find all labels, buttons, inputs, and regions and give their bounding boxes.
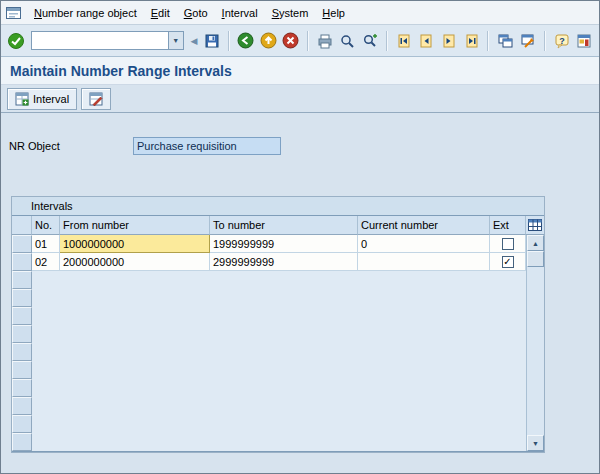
table-row-empty	[12, 271, 526, 289]
interval-button-label: Interval	[33, 93, 69, 105]
row-selector[interactable]	[12, 307, 32, 325]
save-button[interactable]	[201, 29, 223, 53]
intervals-group: Intervals No. From number To number Curr…	[11, 196, 545, 453]
row-selector[interactable]	[12, 379, 32, 397]
cell-no: 01	[32, 235, 60, 253]
header-from-number[interactable]: From number	[60, 216, 210, 235]
system-menu-icon[interactable]	[6, 6, 21, 20]
header-ext[interactable]: Ext	[490, 216, 526, 235]
row-selector[interactable]	[12, 325, 32, 343]
collapse-command-field-button[interactable]: ◀	[188, 31, 201, 51]
table-row-empty	[12, 307, 526, 325]
new-session-button[interactable]	[494, 29, 516, 53]
menu-item-interval[interactable]: Interval	[215, 4, 265, 22]
vertical-scrollbar[interactable]: ▲ ▼	[526, 235, 544, 451]
row-selector[interactable]	[12, 433, 32, 451]
interval-grid-plus-icon	[15, 92, 29, 106]
scrollbar-track[interactable]	[527, 267, 544, 435]
table-row[interactable]: 01 1000000000 1999999999 0	[12, 235, 526, 253]
toolbar-separator	[544, 31, 546, 51]
table-row-empty	[12, 397, 526, 415]
menu-item-system[interactable]: System	[265, 4, 316, 22]
row-selector[interactable]	[12, 289, 32, 307]
row-selector[interactable]	[12, 397, 32, 415]
command-field-dropdown[interactable]: ▼	[168, 32, 183, 49]
content-area: NR Object Purchase requisition Intervals…	[1, 113, 599, 473]
header-to-number[interactable]: To number	[210, 216, 358, 235]
table-row-empty	[12, 361, 526, 379]
cell-ext: ✓	[490, 253, 526, 271]
table-row-empty	[12, 379, 526, 397]
ext-checkbox[interactable]: ✓	[502, 256, 514, 268]
row-selector[interactable]	[12, 415, 32, 433]
titlebar: Maintain Number Range Intervals	[1, 57, 599, 85]
application-toolbar: Interval	[1, 85, 599, 113]
menubar: Number range object Edit Goto Interval S…	[1, 1, 599, 25]
svg-text:?: ?	[559, 35, 565, 45]
last-page-button[interactable]	[461, 29, 483, 53]
customize-layout-button[interactable]	[573, 29, 595, 53]
table-settings-button[interactable]	[526, 216, 544, 235]
page-title: Maintain Number Range Intervals	[10, 63, 232, 79]
next-page-button[interactable]	[438, 29, 460, 53]
create-shortcut-button[interactable]	[517, 29, 539, 53]
toolbar-separator	[386, 31, 388, 51]
find-button[interactable]	[336, 29, 358, 53]
row-selector[interactable]	[12, 343, 32, 361]
intervals-rows: 01 1000000000 1999999999 0 02 2000000000…	[12, 235, 526, 451]
cell-no: 02	[32, 253, 60, 271]
table-row-empty	[12, 343, 526, 361]
table-row-empty	[12, 433, 526, 451]
intervals-table: No. From number To number Current number…	[12, 215, 544, 452]
menu-item-help[interactable]: Help	[315, 4, 352, 22]
cell-from-number[interactable]: 1000000000	[60, 235, 210, 253]
command-field-wrap: ▼	[31, 31, 184, 50]
row-selector[interactable]	[12, 253, 32, 271]
menu-item-goto[interactable]: Goto	[177, 4, 215, 22]
select-all-header-cell[interactable]	[12, 216, 32, 235]
command-field[interactable]	[32, 32, 168, 49]
cell-current-number[interactable]: 0	[358, 235, 490, 253]
nr-object-field[interactable]: Purchase requisition	[133, 137, 281, 155]
table-row[interactable]: 02 2000000000 2999999999 ✓	[12, 253, 526, 271]
scrollbar-thumb[interactable]	[527, 251, 544, 267]
back-button[interactable]	[235, 29, 257, 53]
find-next-button[interactable]	[359, 29, 381, 53]
help-button[interactable]: ?	[551, 29, 573, 53]
menu-item-number-range-object[interactable]: Number range object	[27, 4, 144, 22]
scroll-down-button[interactable]: ▼	[527, 435, 544, 451]
exit-button[interactable]	[257, 29, 279, 53]
scroll-up-button[interactable]: ▲	[527, 235, 544, 251]
table-row-empty	[12, 415, 526, 433]
toolbar-separator	[307, 31, 309, 51]
menu-item-edit[interactable]: Edit	[144, 4, 177, 22]
grid-pencil-icon	[89, 92, 103, 106]
ext-checkbox[interactable]	[502, 238, 514, 250]
cell-to-number[interactable]: 2999999999	[210, 253, 358, 271]
cell-from-number[interactable]: 2000000000	[60, 253, 210, 271]
cancel-button[interactable]	[280, 29, 302, 53]
intervals-group-title: Intervals	[12, 197, 544, 215]
first-page-button[interactable]	[393, 29, 415, 53]
standard-toolbar: ▼ ◀	[1, 25, 599, 57]
nr-object-row: NR Object Purchase requisition	[9, 137, 281, 155]
cell-current-number[interactable]	[358, 253, 490, 271]
previous-page-button[interactable]	[415, 29, 437, 53]
header-current-number[interactable]: Current number	[358, 216, 490, 235]
header-no[interactable]: No.	[32, 216, 60, 235]
row-selector[interactable]	[12, 271, 32, 289]
intervals-header-row: No. From number To number Current number…	[12, 216, 544, 235]
cell-to-number[interactable]: 1999999999	[210, 235, 358, 253]
row-selector[interactable]	[12, 235, 32, 253]
print-button[interactable]	[314, 29, 336, 53]
interval-button[interactable]: Interval	[7, 88, 77, 110]
display-change-button[interactable]	[81, 88, 111, 110]
enter-button[interactable]	[5, 29, 27, 53]
row-selector[interactable]	[12, 361, 32, 379]
table-row-empty	[12, 325, 526, 343]
sap-window: Number range object Edit Goto Interval S…	[0, 0, 600, 474]
cell-ext	[490, 235, 526, 253]
table-row-empty	[12, 289, 526, 307]
toolbar-separator	[487, 31, 489, 51]
nr-object-label: NR Object	[9, 140, 133, 152]
